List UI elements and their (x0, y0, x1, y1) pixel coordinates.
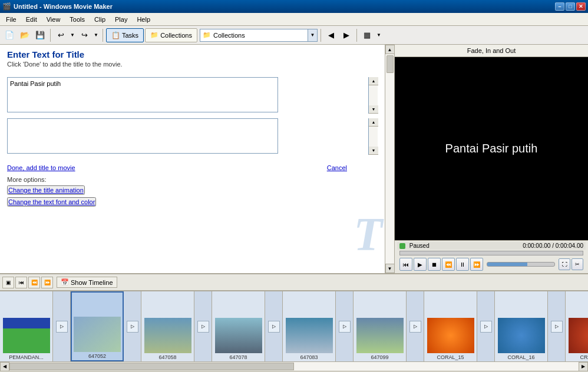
collections-dropdown-arrow[interactable]: ▼ (308, 29, 317, 41)
textarea-1-scroll-up[interactable]: ▲ (369, 77, 378, 85)
story-transition-2: ▷ (124, 291, 141, 361)
cancel-link[interactable]: Cancel (327, 164, 347, 171)
storyboard-thumb-coral15 (427, 318, 474, 353)
tasks-label: Tasks (122, 32, 138, 39)
storyboard-label-pemandangan: PEMANDAN... (1, 354, 51, 360)
horizontal-scrollbar: ◀ ▶ (0, 361, 588, 371)
minimize-button[interactable]: – (555, 2, 564, 11)
menu-bar: File Edit View Tools Clip Play Help (0, 13, 588, 26)
fullscreen-button[interactable]: ⛶ (559, 258, 570, 270)
maximize-button[interactable]: □ (566, 2, 575, 11)
storyboard-view-icon[interactable]: ▣ (2, 277, 14, 288)
toolbar-separator-1 (50, 29, 51, 42)
menu-view[interactable]: View (43, 15, 64, 24)
scroll-left-button[interactable]: ◀ (0, 362, 9, 371)
storyboard-item-647083[interactable]: 647083 (283, 291, 336, 361)
menu-clip[interactable]: Clip (91, 15, 109, 24)
views-button[interactable]: ▦ (360, 28, 374, 42)
title-bar-controls: – □ ✕ (555, 2, 586, 11)
storyboard-seek-start[interactable]: ⏮ (15, 277, 27, 288)
storyboard-thumb-647078 (215, 318, 262, 353)
textarea-2-scroll-up[interactable]: ▲ (369, 118, 378, 127)
views-dropdown[interactable]: ▼ (375, 28, 382, 42)
left-panel-header: Enter Text for Title Click 'Done' to add… (0, 45, 394, 70)
show-timeline-button[interactable]: 📅 Show Timeline (57, 277, 117, 288)
redo-button[interactable]: ↪ (77, 28, 91, 42)
more-options-label: More options: (7, 176, 387, 183)
left-panel-scroll-thumb[interactable] (387, 55, 394, 73)
preview-controls-bar: Paused 0:00:00.00 / 0:00:04.00 ⏮ ▶ ⏹ ⏪ ⏸… (395, 240, 588, 273)
storyboard-item-647058[interactable]: 647058 (141, 291, 194, 361)
title-bar: 🎬 Untitled - Windows Movie Maker – □ ✕ (0, 0, 588, 13)
preview-progress-bar[interactable] (399, 251, 583, 255)
menu-edit[interactable]: Edit (22, 15, 41, 24)
app-icon: 🎬 (2, 2, 11, 11)
action-links: Done, add title to movie Cancel (0, 160, 394, 174)
show-timeline-label: Show Timeline (71, 279, 113, 286)
storyboard-item-647078[interactable]: 647078 (212, 291, 265, 361)
undo-button[interactable]: ↩ (54, 28, 68, 42)
storyboard-seek-next[interactable]: ⏩ (41, 277, 53, 288)
collections-dropdown-value[interactable]: Collections (213, 32, 308, 39)
title-watermark: T (354, 208, 382, 261)
redo-dropdown[interactable]: ▼ (93, 28, 100, 42)
menu-tools[interactable]: Tools (66, 15, 88, 24)
story-transition-7: ▷ (477, 291, 495, 361)
left-panel-scroll-down[interactable]: ▼ (385, 264, 395, 273)
textarea-1-scroll-down[interactable]: ▼ (369, 105, 378, 114)
title-bar-left: 🎬 Untitled - Windows Movie Maker (2, 2, 113, 11)
done-add-title-link[interactable]: Done, add title to movie (7, 164, 75, 171)
scroll-right-button[interactable]: ▶ (579, 362, 588, 371)
transition-icon-7: ▷ (480, 321, 492, 333)
storyboard-item-coral15[interactable]: CORAL_15 (424, 291, 477, 361)
storyboard-item-coral16[interactable]: CORAL_16 (495, 291, 548, 361)
fast-forward-button[interactable]: ⏩ (470, 258, 483, 271)
close-button[interactable]: ✕ (576, 2, 586, 11)
textarea-2-scroll-down[interactable]: ▼ (369, 147, 378, 155)
storyboard-seek-prev[interactable]: ⏪ (28, 277, 40, 288)
title-textarea-container-1: Pantai Pasir putih ▲ ▼ (7, 77, 378, 114)
collections-tab-button[interactable]: 📁 Collections (145, 28, 197, 42)
scroll-thumb[interactable] (9, 363, 294, 370)
stop-button[interactable]: ⏹ (428, 258, 441, 271)
tasks-tab-button[interactable]: 📋 Tasks (106, 28, 144, 42)
storyboard-item-crab01[interactable]: CRAB_01 (566, 291, 588, 361)
transition-icon-5: ▷ (339, 321, 351, 333)
preview-status-bar: Paused 0:00:00.00 / 0:00:04.00 (397, 242, 586, 250)
main-area: Enter Text for Title Click 'Done' to add… (0, 45, 588, 273)
play-button[interactable]: ▶ (414, 258, 427, 271)
storyboard-item-647099[interactable]: 647099 (354, 291, 407, 361)
toolbar-separator-2 (103, 29, 103, 42)
more-options-section: More options: Change the title animation… (0, 174, 394, 209)
menu-help[interactable]: Help (133, 15, 154, 24)
seek-start-button[interactable]: ⏮ (399, 258, 412, 271)
volume-slider[interactable] (487, 262, 555, 267)
nav-forward-button[interactable]: ▶ (339, 28, 354, 42)
left-panel-title: Enter Text for Title (7, 49, 387, 59)
title-text-input-1[interactable]: Pantai Pasir putih (7, 77, 278, 112)
change-title-animation-link[interactable]: Change the title animation (7, 185, 85, 195)
story-transition-6: ▷ (407, 291, 424, 361)
new-button[interactable]: 📄 (2, 28, 16, 42)
menu-play[interactable]: Play (111, 15, 131, 24)
collections-dropdown-container: 📁 Collections ▼ (200, 29, 318, 42)
save-button[interactable]: 💾 (33, 28, 47, 42)
timeline-icon: 📅 (61, 278, 69, 286)
toolbar-separator-4 (356, 29, 357, 42)
undo-dropdown[interactable]: ▼ (69, 28, 76, 42)
open-button[interactable]: 📂 (18, 28, 32, 42)
toolbar: 📄 📂 💾 ↩ ▼ ↪ ▼ 📋 Tasks 📁 Collections 📁 Co… (0, 26, 588, 45)
left-panel-scroll-up[interactable]: ▲ (385, 45, 395, 54)
title-text-input-2[interactable] (7, 118, 278, 154)
storyboard-item-647052[interactable]: 647052 (71, 291, 124, 361)
pause-button[interactable]: ⏸ (456, 258, 469, 271)
rewind-button[interactable]: ⏪ (442, 258, 455, 271)
change-text-font-link[interactable]: Change the text font and color (7, 197, 96, 207)
split-button[interactable]: ✂ (572, 258, 583, 270)
menu-file[interactable]: File (2, 15, 20, 24)
nav-back-button[interactable]: ◀ (324, 28, 338, 42)
storyboard-item-pemandangan[interactable]: PEMANDAN... (0, 291, 53, 361)
preview-time-display: 0:00:00.00 / 0:00:04.00 (523, 243, 583, 249)
preview-effect-title: Fade, In and Out (395, 45, 588, 57)
storyboard-thumb-647052 (74, 317, 121, 352)
